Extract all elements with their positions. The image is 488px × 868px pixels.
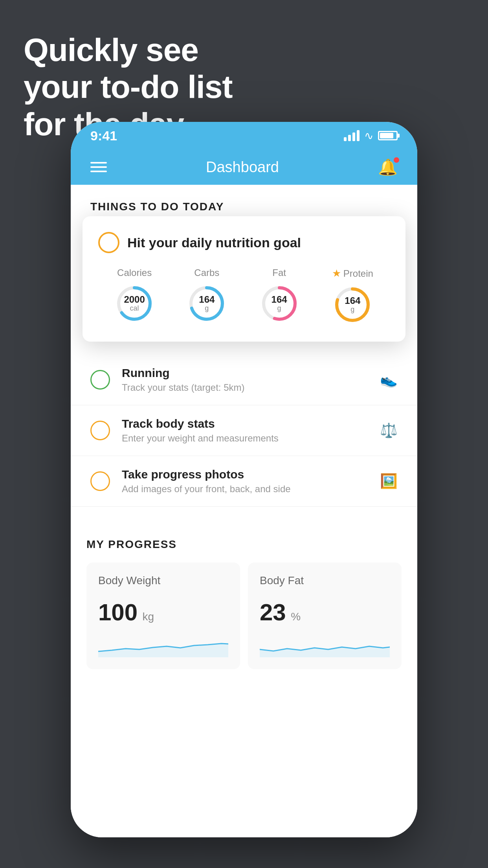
macro-carbs: Carbs 164 g (187, 267, 226, 323)
macro-fat-label: Fat (272, 267, 286, 278)
shoe-icon: 👟 (380, 371, 398, 388)
todo-progress-photos-title: Take progress photos (122, 468, 380, 481)
status-bar: 9:41 ∿ (71, 122, 417, 149)
macro-fat-circle: 164 g (260, 284, 299, 323)
todo-item-progress-photos[interactable]: Take progress photos Add images of your … (71, 456, 417, 507)
macro-calories-label: Calories (117, 267, 152, 278)
macro-calories: Calories 2000 cal (115, 267, 154, 323)
body-fat-chart (260, 634, 390, 657)
progress-section: MY PROGRESS Body Weight 100 kg (71, 519, 417, 685)
todo-body-stats-subtitle: Enter your weight and measurements (122, 433, 380, 444)
nutrition-card[interactable]: Hit your daily nutrition goal Calories 2… (83, 216, 405, 342)
body-weight-label: Body Weight (98, 574, 228, 587)
photo-icon: 🖼️ (380, 473, 398, 489)
macro-fat-value: 164 (272, 294, 287, 305)
macro-protein-label-row: ★ Protein (332, 267, 373, 280)
nutrition-card-header: Hit your daily nutrition goal (98, 232, 390, 253)
macro-carbs-label: Carbs (194, 267, 219, 278)
todo-progress-photos-subtitle: Add images of your front, back, and side (122, 484, 380, 495)
body-weight-value: 100 (98, 599, 138, 625)
todo-list: Running Track your stats (target: 5km) 👟… (71, 355, 417, 507)
body-fat-unit: % (291, 611, 301, 623)
macro-fat-unit: g (272, 305, 287, 313)
progress-cards: Body Weight 100 kg Body Fat (86, 563, 402, 669)
status-icons: ∿ (344, 129, 398, 142)
wifi-icon: ∿ (364, 129, 373, 142)
nutrition-todo-circle (98, 232, 119, 253)
notification-dot (394, 157, 399, 163)
menu-button[interactable] (90, 162, 107, 172)
body-weight-value-row: 100 kg (98, 599, 228, 626)
nutrition-macros: Calories 2000 cal Carbs (98, 267, 390, 324)
todo-circle-progress-photos (90, 471, 110, 491)
macro-protein-unit: g (345, 306, 360, 314)
todo-circle-running (90, 370, 110, 390)
nav-title: Dashboard (206, 159, 279, 176)
macro-protein-star-icon: ★ (332, 267, 341, 280)
macro-carbs-unit: g (199, 305, 215, 313)
macro-fat: Fat 164 g (260, 267, 299, 323)
status-time: 9:41 (90, 128, 117, 143)
macro-protein-label: Protein (343, 268, 373, 279)
signal-icon (344, 130, 360, 141)
body-fat-card[interactable]: Body Fat 23 % (248, 563, 402, 669)
todo-body-stats-text: Track body stats Enter your weight and m… (122, 417, 380, 444)
content-area: THINGS TO DO TODAY Hit your daily nutrit… (71, 185, 417, 837)
progress-section-header: MY PROGRESS (86, 538, 402, 551)
todo-item-body-stats[interactable]: Track body stats Enter your weight and m… (71, 405, 417, 456)
macro-carbs-circle: 164 g (187, 284, 226, 323)
body-weight-card[interactable]: Body Weight 100 kg (86, 563, 240, 669)
macro-calories-value: 2000 (124, 294, 145, 305)
body-fat-value-row: 23 % (260, 599, 390, 626)
macro-protein-circle: 164 g (333, 285, 372, 324)
nutrition-card-title: Hit your daily nutrition goal (127, 235, 301, 250)
body-weight-unit: kg (143, 611, 154, 623)
body-fat-value: 23 (260, 599, 286, 625)
body-fat-label: Body Fat (260, 574, 390, 587)
scale-icon: ⚖️ (380, 422, 398, 439)
body-weight-chart (98, 634, 228, 657)
macro-protein-value: 164 (345, 296, 360, 306)
todo-running-title: Running (122, 366, 380, 380)
todo-item-running[interactable]: Running Track your stats (target: 5km) 👟 (71, 355, 417, 405)
todo-progress-photos-text: Take progress photos Add images of your … (122, 468, 380, 495)
nav-bar: Dashboard 🔔 (71, 149, 417, 185)
macro-calories-unit: cal (124, 305, 145, 313)
todo-body-stats-title: Track body stats (122, 417, 380, 430)
macro-calories-circle: 2000 cal (115, 284, 154, 323)
todo-circle-body-stats (90, 421, 110, 440)
macro-protein: ★ Protein 164 g (332, 267, 373, 324)
todo-running-subtitle: Track your stats (target: 5km) (122, 382, 380, 393)
battery-icon (378, 131, 398, 140)
notification-bell-button[interactable]: 🔔 (378, 158, 398, 177)
macro-carbs-value: 164 (199, 294, 215, 305)
phone-mockup: 9:41 ∿ Dashboard 🔔 THINGS TO DO TODAY (71, 122, 417, 837)
today-section-header: THINGS TO DO TODAY (71, 185, 417, 221)
todo-running-text: Running Track your stats (target: 5km) (122, 366, 380, 393)
